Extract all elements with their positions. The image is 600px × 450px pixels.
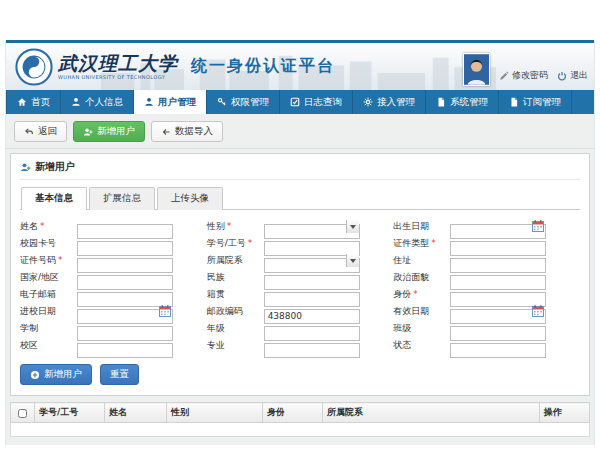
file-icon: [509, 97, 519, 107]
user-avatar[interactable]: [463, 53, 490, 86]
tab-basic-info[interactable]: 基本信息: [21, 187, 87, 210]
field-control-valid-date: [450, 304, 546, 319]
user-icon: [71, 97, 81, 107]
campus-input[interactable]: [77, 343, 173, 358]
nav-item-user-management[interactable]: 用户管理: [134, 90, 207, 114]
nav-item-permission-management[interactable]: 权限管理: [207, 90, 280, 114]
person-plus-icon: [20, 162, 31, 173]
header-user-area: 修改密码 退出: [463, 53, 588, 86]
table-header-row: 学号/工号姓名性别身份所属院系操作: [11, 403, 590, 423]
nav-item-subscription-management[interactable]: 订阅管理: [499, 90, 572, 114]
field-control-address: [450, 253, 546, 268]
university-name: 武汉理工大学: [58, 53, 178, 73]
university-name-en: WUHAN UNIVERSITY OF TECHNOLOGY: [58, 74, 178, 80]
form-field-id-number: 证件号码*: [20, 252, 207, 269]
field-control-student-staff-id: [264, 236, 360, 251]
data-import-label: 数据导入: [175, 125, 213, 138]
nav-item-access-management[interactable]: 接入管理: [353, 90, 426, 114]
field-control-schooling-length: [77, 321, 173, 336]
nav-item-home[interactable]: 首页: [6, 90, 61, 114]
form-field-department: 所属院系: [207, 252, 394, 269]
back-button[interactable]: 返回: [14, 121, 67, 142]
field-control-grade: [264, 321, 360, 336]
dropdown-arrow-icon[interactable]: [346, 220, 359, 233]
add-user-toolbar-label: 新增用户: [97, 125, 135, 138]
field-label-country-region: 国家/地区: [20, 271, 77, 284]
select-all-checkbox[interactable]: [18, 409, 27, 418]
back-button-label: 返回: [38, 125, 57, 138]
field-label-address: 住址: [393, 254, 450, 267]
data-import-button[interactable]: 数据导入: [151, 121, 223, 142]
field-label-grade: 年级: [207, 322, 264, 335]
form-field-entry-date: 进校日期: [20, 303, 207, 320]
form-field-address: 住址: [393, 252, 580, 269]
status-input[interactable]: [450, 343, 546, 358]
calendar-icon[interactable]: [532, 305, 544, 317]
field-control-id-number: [77, 253, 173, 268]
nav-item-label: 个人信息: [85, 96, 123, 109]
field-label-status: 状态: [393, 339, 450, 352]
university-name-block: 武汉理工大学 WUHAN UNIVERSITY OF TECHNOLOGY: [58, 53, 178, 80]
reset-button-label: 重置: [110, 368, 129, 381]
form-field-postal-code: 邮政编码: [207, 303, 394, 320]
table-column-header-3: 身份: [263, 403, 323, 423]
nav-item-system-management[interactable]: 系统管理: [426, 90, 499, 114]
form-field-gender: 性别*: [207, 218, 394, 235]
add-user-icon: [83, 127, 93, 137]
file-icon: [436, 97, 446, 107]
form-actions: 新增用户 重置: [20, 364, 580, 385]
dropdown-arrow-icon[interactable]: [346, 254, 359, 267]
change-password-link[interactable]: 修改密码: [499, 69, 548, 82]
add-user-toolbar-button[interactable]: 新增用户: [73, 121, 145, 142]
field-label-schooling-length: 学制: [20, 322, 77, 335]
field-label-campus-card-no: 校园卡号: [20, 237, 77, 250]
field-label-gender: 性别*: [207, 220, 264, 233]
required-asterisk: *: [40, 221, 45, 231]
logout-link[interactable]: 退出: [557, 69, 588, 82]
form-field-campus-card-no: 校园卡号: [20, 235, 207, 252]
field-control-identity: [450, 287, 546, 302]
form-field-birth-date: 出生日期: [393, 218, 580, 235]
select-all-cell: [11, 403, 35, 423]
nav-item-label: 日志查询: [304, 96, 342, 109]
nav-item-label: 首页: [31, 96, 50, 109]
user-icon: [144, 97, 154, 107]
change-password-label: 修改密码: [512, 69, 548, 82]
reset-button[interactable]: 重置: [100, 364, 139, 385]
calendar-icon[interactable]: [159, 305, 171, 317]
platform-title: 统一身份认证平台: [191, 56, 335, 77]
calendar-icon[interactable]: [532, 220, 544, 232]
toolbar: 返回 新增用户 数据导入: [6, 114, 594, 149]
field-label-campus: 校区: [20, 339, 77, 352]
table-column-header-1: 姓名: [105, 403, 167, 423]
required-asterisk: *: [248, 238, 253, 248]
field-control-email: [77, 287, 173, 302]
form-field-student-staff-id: 学号/工号*: [207, 235, 394, 252]
form-field-ethnicity: 民族: [207, 269, 394, 286]
pencil-icon: [499, 71, 509, 81]
submit-add-user-button[interactable]: 新增用户: [20, 364, 92, 385]
header: 武汉理工大学 WUHAN UNIVERSITY OF TECHNOLOGY 统一…: [6, 43, 594, 90]
field-label-political-status: 政治面貌: [393, 271, 450, 284]
field-control-class: [450, 321, 546, 336]
table-column-header-5: 操作: [540, 403, 590, 423]
nav-item-personal-info[interactable]: 个人信息: [61, 90, 134, 114]
form-field-grade: 年级: [207, 320, 394, 337]
tab-extended-info[interactable]: 扩展信息: [89, 187, 155, 210]
table-column-header-0: 学号/工号: [35, 403, 105, 423]
field-label-department: 所属院系: [207, 254, 264, 267]
field-label-major: 专业: [207, 339, 264, 352]
back-arrow-icon: [24, 127, 34, 137]
form-field-country-region: 国家/地区: [20, 269, 207, 286]
home-icon: [17, 97, 27, 107]
field-label-entry-date: 进校日期: [20, 305, 77, 318]
form-field-email: 电子邮箱: [20, 286, 207, 303]
field-control-birth-date: [450, 219, 546, 234]
field-control-native-place: [264, 287, 360, 302]
major-input[interactable]: [264, 343, 360, 358]
field-label-student-staff-id: 学号/工号*: [207, 237, 264, 250]
nav-item-log-query[interactable]: 日志查询: [280, 90, 353, 114]
tab-upload-avatar[interactable]: 上传头像: [157, 187, 223, 210]
field-control-campus-card-no: [77, 236, 173, 251]
form-field-native-place: 籍贯: [207, 286, 394, 303]
